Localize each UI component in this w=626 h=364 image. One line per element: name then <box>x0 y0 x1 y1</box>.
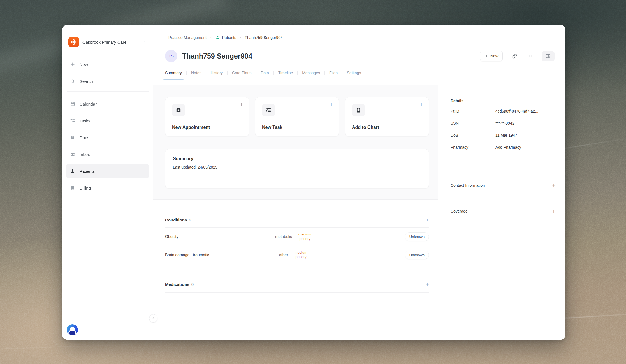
add-coverage-button[interactable]: + <box>552 208 555 214</box>
tab-divider <box>273 71 274 75</box>
tab-data[interactable]: Data <box>261 71 269 80</box>
new-task-card[interactable]: + New Task <box>255 97 339 136</box>
sidebar-item-label: Calendar <box>80 102 97 106</box>
tab-settings[interactable]: Settings <box>347 71 361 80</box>
condition-status-badge[interactable]: Unknown <box>405 232 429 241</box>
detail-rows: Pt ID 4cd6a8ff-8476-4af7-a2... SSN ***-*… <box>451 109 555 150</box>
tab-divider <box>186 71 187 75</box>
sidebar-item-inbox[interactable]: Inbox <box>66 147 149 162</box>
tab-files[interactable]: Files <box>329 71 338 80</box>
workspace-switcher[interactable]: Oakbrook Primary Care <box>62 25 153 51</box>
condition-category: metabolic <box>275 234 292 239</box>
inbox-icon <box>69 151 76 157</box>
sidebar-item-docs[interactable]: Docs <box>66 130 149 145</box>
summary-card: Summary Last updated: 24/05/2025 <box>165 149 429 188</box>
tab-summary[interactable]: Summary <box>165 71 182 80</box>
breadcrumb-current: Thanh759 Senger904 <box>245 35 282 40</box>
condition-row[interactable]: Brain damage - traumatic other medium pr… <box>165 246 429 264</box>
clipboard-icon <box>352 104 365 116</box>
coverage-section: Coverage + <box>438 197 565 225</box>
details-section: Details Pt ID 4cd6a8ff-8476-4af7-a2... S… <box>438 85 565 174</box>
main-area: Practice Management › Patients › Thanh75… <box>153 25 565 340</box>
add-medication-button[interactable]: + <box>426 281 429 287</box>
condition-name: Brain damage - traumatic <box>165 253 279 257</box>
search-icon <box>69 78 76 84</box>
contact-information-title: Contact Information <box>451 183 485 188</box>
breadcrumb-root[interactable]: Practice Management <box>168 35 207 40</box>
add-condition-button[interactable]: + <box>426 217 429 223</box>
sidebar-item-new[interactable]: New <box>66 57 149 72</box>
summary-last-updated: Last updated: 24/05/2025 <box>173 165 421 169</box>
add-contact-info-button[interactable]: + <box>552 183 555 188</box>
detail-row-dob: DoB 11 Mar 1947 <box>451 133 555 137</box>
add-to-chart-card[interactable]: + Add to Chart <box>345 97 429 136</box>
header-controls: New <box>480 51 555 61</box>
sidebar-item-search[interactable]: Search <box>66 74 149 88</box>
chat-assistant-widget[interactable] <box>67 324 78 335</box>
tab-divider <box>324 71 325 75</box>
sidebar-item-label: Search <box>80 79 93 84</box>
add-pharmacy-link[interactable]: Add Pharmacy <box>495 145 521 150</box>
page-title: Thanh759 Senger904 <box>182 52 480 60</box>
detail-label: SSN <box>451 121 495 125</box>
medications-header: Medications 0 + <box>165 281 429 293</box>
detail-row-ssn: SSN ***-**-9942 <box>451 121 555 125</box>
summary-tab-content: + New Appointment + New Task <box>153 85 438 340</box>
patient-avatar: TS <box>165 50 177 62</box>
tab-history[interactable]: History <box>210 71 223 80</box>
content-row: + New Appointment + New Task <box>153 85 565 340</box>
sidebar-item-billing[interactable]: Billing <box>66 181 149 195</box>
toggle-right-panel-button[interactable] <box>542 51 555 61</box>
workspace-name: Oakbrook Primary Care <box>82 40 139 45</box>
tab-care-plans[interactable]: Care Plans <box>232 71 251 80</box>
details-title: Details <box>451 99 555 103</box>
tab-messages[interactable]: Messages <box>302 71 320 80</box>
condition-name: Obesity <box>165 234 275 239</box>
plus-icon: + <box>240 102 243 108</box>
detail-label: Pt ID <box>451 109 495 113</box>
condition-priority: medium priority <box>291 250 311 259</box>
tab-notes[interactable]: Notes <box>191 71 201 80</box>
new-appointment-card[interactable]: + New Appointment <box>165 97 249 136</box>
detail-label: DoB <box>451 133 495 137</box>
ssn-value[interactable]: ***-**-9942 <box>495 121 514 125</box>
app-window: Oakbrook Primary Care New Search <box>62 25 565 340</box>
tab-divider <box>297 71 298 75</box>
sidebar-item-tasks[interactable]: Tasks <box>66 113 149 128</box>
sidebar-item-label: New <box>80 62 88 67</box>
medications-section: Medications 0 + <box>165 281 429 293</box>
condition-status-badge[interactable]: Unknown <box>405 251 429 259</box>
clover-logo-icon <box>70 39 77 45</box>
copy-link-button[interactable] <box>512 53 518 59</box>
chevron-right-icon: › <box>210 35 211 39</box>
quick-actions-row: + New Appointment + New Task <box>165 97 429 136</box>
sidebar-item-calendar[interactable]: Calendar <box>66 97 149 111</box>
contact-information-section: Contact Information + <box>438 174 565 197</box>
sidebar-collapse-button[interactable] <box>149 314 157 323</box>
detail-row-pt-id: Pt ID 4cd6a8ff-8476-4af7-a2... <box>451 109 555 113</box>
sidebar-item-patients[interactable]: Patients <box>66 164 149 178</box>
quick-action-label: Add to Chart <box>352 125 379 130</box>
sidebar-item-label: Inbox <box>80 152 90 157</box>
patient-tabs: Summary Notes History Care Plans Data Ti… <box>153 62 565 80</box>
sidebar-nav: New Search Calendar Tasks <box>62 56 153 199</box>
condition-row[interactable]: Obesity metabolic medium priority Unknow… <box>165 228 429 246</box>
patient-id-value[interactable]: 4cd6a8ff-8476-4af7-a2... <box>495 109 538 113</box>
condition-priority: medium priority <box>295 232 315 241</box>
dob-value[interactable]: 11 Mar 1947 <box>495 133 517 137</box>
plus-icon: + <box>419 102 423 108</box>
new-button[interactable]: New <box>480 51 503 61</box>
conditions-count: 2 <box>189 218 191 222</box>
more-options-button[interactable] <box>527 53 533 59</box>
task-list-icon <box>262 104 275 116</box>
breadcrumb-patients[interactable]: Patients <box>215 35 237 40</box>
page-header: Practice Management › Patients › Thanh75… <box>153 25 565 85</box>
sidebar-item-label: Billing <box>80 186 91 190</box>
tab-divider <box>342 71 342 75</box>
sidebar-divider <box>67 91 149 92</box>
tab-divider <box>227 71 228 75</box>
sidebar: Oakbrook Primary Care New Search <box>62 25 153 340</box>
tab-timeline[interactable]: Timeline <box>278 71 293 80</box>
sidebar-item-label: Tasks <box>80 118 90 123</box>
medications-count: 0 <box>191 282 194 287</box>
